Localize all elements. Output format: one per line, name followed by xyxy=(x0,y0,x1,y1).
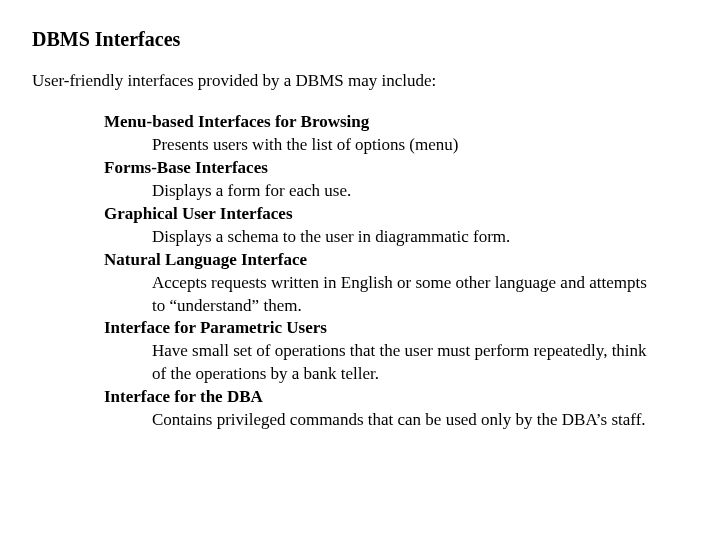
term-def: Displays a schema to the user in diagram… xyxy=(152,226,662,249)
term-def: Presents users with the list of options … xyxy=(152,134,662,157)
term-def: Displays a form for each use. xyxy=(152,180,662,203)
intro-text: User-friendly interfaces provided by a D… xyxy=(32,71,688,91)
term-name: Graphical User Interfaces xyxy=(104,203,688,226)
term-name: Natural Language Interface xyxy=(104,249,688,272)
term-name: Menu-based Interfaces for Browsing xyxy=(104,111,688,134)
term-def: Have small set of operations that the us… xyxy=(152,340,662,386)
page-title: DBMS Interfaces xyxy=(32,28,688,51)
term-name: Forms-Base Interfaces xyxy=(104,157,688,180)
definitions-list: Menu-based Interfaces for Browsing Prese… xyxy=(104,111,688,432)
term-name: Interface for the DBA xyxy=(104,386,688,409)
term-def: Contains privileged commands that can be… xyxy=(152,409,662,432)
term-name: Interface for Parametric Users xyxy=(104,317,688,340)
term-def: Accepts requests written in English or s… xyxy=(152,272,662,318)
